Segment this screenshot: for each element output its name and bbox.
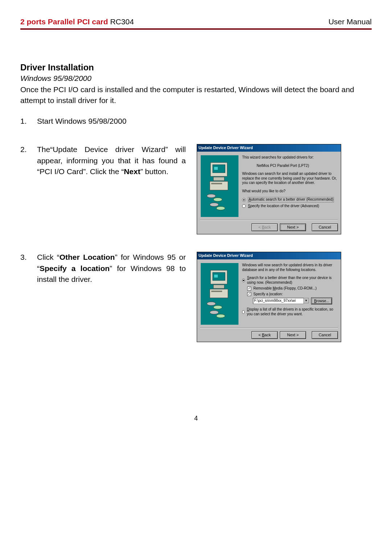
step-1: 1. Start Windows 95/98/2000 [20, 116, 372, 127]
svg-rect-3 [213, 177, 224, 181]
radio-option-automatic[interactable]: Automatic search for a better driver (Re… [242, 197, 337, 202]
checkbox-specify-location[interactable]: ✓ Specify a location: [247, 292, 337, 297]
radio-label: Specify the location of the driver (Adva… [248, 204, 319, 209]
wizard-dialog-1: Update Device Driver Wizard [197, 144, 341, 234]
svg-point-9 [216, 206, 225, 210]
next-button[interactable]: Next > [280, 223, 306, 231]
checkbox-icon: ✓ [247, 287, 251, 291]
wizard-line: Windows can search for and install an up… [242, 172, 337, 185]
radio-label: Display a list of all the drivers in a s… [247, 307, 337, 316]
wizard-line: What would you like to do? [242, 189, 337, 194]
location-path-input[interactable]: F:\pci_io\nm98xx_97xx\wi [253, 298, 304, 304]
page-header: 2 ports Parallel PCI card RC304 User Man… [20, 17, 372, 26]
radio-option-display-list[interactable]: Display a list of all the drivers in a s… [242, 307, 337, 316]
wizard-device-name: NetMos PCI Parallel Port (LPT2) [257, 164, 337, 168]
svg-rect-5 [211, 183, 222, 184]
computer-icon [203, 159, 236, 213]
svg-point-7 [213, 198, 222, 201]
step-number: 3. [20, 252, 30, 342]
wizard-content: Windows will now search for updated driv… [242, 263, 337, 325]
svg-rect-2 [214, 167, 218, 170]
svg-rect-15 [211, 291, 222, 292]
svg-point-19 [216, 314, 225, 318]
checkbox-label: Specify a location: [253, 292, 283, 297]
radio-label: Automatic search for a better driver (Re… [248, 197, 334, 202]
svg-rect-4 [210, 181, 228, 190]
step-text: Click “Other Location” for Windows 95 or… [37, 252, 186, 285]
wizard-title: Update Device Driver Wizard [197, 144, 341, 152]
os-line: Windows 95/98/2000 [20, 74, 372, 83]
svg-point-8 [210, 203, 219, 206]
step-text: The“Update Device driver Wizard” will ap… [37, 144, 186, 177]
checkbox-label: Removable Media (Floppy, CD-ROM...) [253, 286, 317, 291]
svg-point-16 [207, 302, 216, 305]
wizard-title: Update Device Driver Wizard [197, 252, 341, 259]
dropdown-caret-icon[interactable]: ▼ [304, 298, 309, 303]
svg-rect-12 [214, 275, 218, 278]
checkbox-icon: ✓ [247, 292, 251, 296]
svg-point-17 [213, 305, 222, 309]
radio-label: Search for a better driver than the one … [247, 276, 337, 285]
wizard-dialog-2: Update Device Driver Wizard [197, 252, 341, 342]
radio-option-specify[interactable]: Specify the location of the driver (Adva… [242, 204, 337, 209]
back-button[interactable]: < Back [252, 331, 278, 339]
wizard-button-row: < Back Next > Cancel [197, 221, 341, 234]
svg-rect-14 [210, 289, 228, 298]
page: 2 ports Parallel PCI card RC304 User Man… [0, 0, 392, 437]
svg-point-6 [207, 194, 216, 198]
cancel-button[interactable]: Cancel [312, 331, 338, 339]
wizard-content: This wizard searches for updated drivers… [242, 155, 337, 217]
step-number: 2. [20, 144, 30, 234]
wizard-line: This wizard searches for updated drivers… [242, 155, 337, 160]
wizard-line: Windows will now search for updated driv… [242, 263, 337, 272]
radio-option-search[interactable]: Search for a better driver than the one … [242, 276, 337, 285]
section-title: Driver Installation [20, 62, 372, 73]
header-divider [20, 28, 372, 30]
header-left: 2 ports Parallel PCI card RC304 [20, 17, 134, 26]
radio-icon [242, 310, 245, 314]
product-model: RC304 [110, 17, 134, 26]
doc-type: User Manual [328, 17, 372, 26]
wizard-sidebar-image [201, 155, 238, 217]
radio-icon [242, 279, 245, 282]
wizard-button-row: < Back Next > Cancel [197, 328, 341, 342]
step-text: Start Windows 95/98/2000 [37, 116, 372, 127]
step-number: 1. [20, 116, 30, 127]
svg-point-18 [210, 311, 219, 314]
back-button: < Back [252, 223, 278, 231]
radio-icon [242, 198, 246, 202]
browse-button[interactable]: Browse... [311, 297, 332, 304]
intro-paragraph: Once the PCI I/O card is installed and t… [20, 84, 372, 106]
cancel-button[interactable]: Cancel [312, 223, 338, 231]
next-button[interactable]: Next > [280, 331, 306, 339]
step-list: 1. Start Windows 95/98/2000 2. The“Updat… [20, 116, 372, 342]
step-2: 2. The“Update Device driver Wizard” will… [20, 144, 372, 234]
radio-icon [242, 204, 246, 208]
wizard-sidebar-image [201, 263, 238, 325]
checkbox-removable-media[interactable]: ✓ Removable Media (Floppy, CD-ROM...) [247, 286, 337, 291]
step-3: 3. Click “Other Location” for Windows 95… [20, 252, 372, 342]
computer-icon [203, 267, 236, 321]
page-number: 4 [20, 415, 372, 422]
svg-rect-13 [213, 285, 224, 288]
product-name: 2 ports Parallel PCI card [20, 17, 108, 26]
